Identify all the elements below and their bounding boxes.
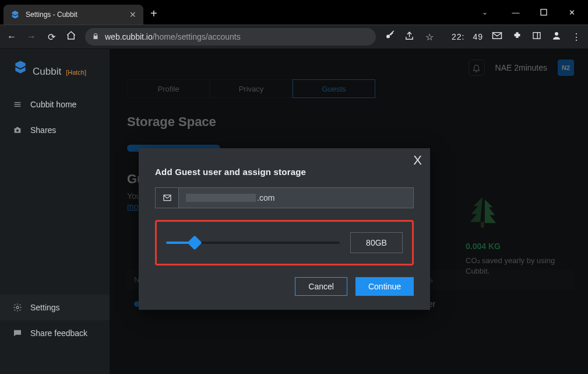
slider-value-display[interactable]: 80GB (350, 232, 403, 253)
storage-slider[interactable] (166, 237, 340, 248)
extensions-icon[interactable] (511, 31, 523, 43)
menu-lines-icon (13, 100, 22, 109)
email-suffix: .com (257, 193, 274, 202)
window-titlebar: Settings - Cubbit ✕ + ⌄ — ✕ (0, 0, 588, 25)
add-guest-modal: X Add Guest user and assign storage .com… (139, 148, 430, 310)
close-icon[interactable]: X (413, 153, 422, 168)
bookmark-star-icon[interactable]: ☆ (424, 32, 435, 43)
share-icon[interactable] (404, 31, 416, 43)
app-root: Cubbit [Hatch] Cubbit home Shares Settin… (0, 49, 588, 374)
url-text: web.cubbit.io/home/settings/accounts (105, 32, 241, 41)
logo: Cubbit [Hatch] (0, 60, 110, 92)
chat-icon (13, 328, 22, 338)
svg-rect-0 (541, 9, 547, 15)
counter-b: 49 (473, 32, 483, 41)
sidebar-item-shares[interactable]: Shares (0, 117, 110, 143)
panel-icon[interactable] (531, 31, 543, 43)
url-bar[interactable]: web.cubbit.io/home/settings/accounts (85, 28, 376, 46)
svg-point-4 (555, 32, 558, 36)
menu-dots-icon[interactable]: ⋮ (571, 32, 582, 43)
chevron-down-icon[interactable]: ⌄ (482, 8, 488, 16)
guest-email-input[interactable]: .com (179, 188, 413, 208)
sidebar-item-home[interactable]: Cubbit home (0, 92, 110, 117)
reload-button[interactable]: ⟳ (45, 32, 57, 43)
back-button[interactable]: ← (6, 32, 17, 42)
counter-a: 22: (452, 32, 464, 41)
key-icon[interactable] (384, 30, 396, 43)
slider-thumb[interactable] (187, 235, 202, 250)
main-panel: NAE 2minutes N2 Profile Privacy Guests S… (110, 49, 588, 374)
svg-point-1 (386, 35, 390, 39)
cancel-button[interactable]: Cancel (295, 277, 347, 296)
sidebar-item-label: Shares (30, 125, 56, 135)
modal-title: Add Guest user and assign storage (155, 167, 414, 177)
maximize-window-button[interactable] (531, 4, 557, 21)
home-button[interactable] (65, 30, 77, 43)
mail-icon[interactable] (491, 30, 503, 43)
storage-slider-section: 80GB (155, 220, 414, 265)
cubbit-logo-icon (13, 60, 28, 75)
minimize-window-button[interactable]: — (503, 4, 529, 21)
browser-tab[interactable]: Settings - Cubbit ✕ (3, 5, 143, 25)
svg-point-9 (16, 306, 19, 309)
svg-point-8 (16, 130, 19, 132)
sidebar-item-label: Share feedback (30, 328, 87, 338)
redacted-email-prefix (186, 194, 256, 202)
tab-title: Settings - Cubbit (26, 11, 124, 19)
continue-button[interactable]: Continue (355, 277, 414, 296)
cubbit-favicon-icon (10, 10, 20, 19)
brand-name: Cubbit (33, 66, 61, 78)
sidebar-item-label: Settings (30, 303, 60, 312)
camera-icon (13, 125, 22, 135)
browser-toolbar: ← → ⟳ web.cubbit.io/home/settings/accoun… (0, 25, 588, 49)
sidebar-item-feedback[interactable]: Share feedback (0, 320, 110, 346)
sidebar-item-label: Cubbit home (30, 100, 76, 109)
sidebar: Cubbit [Hatch] Cubbit home Shares Settin… (0, 49, 110, 374)
lock-icon (92, 33, 99, 41)
svg-rect-2 (533, 33, 540, 39)
sidebar-item-settings[interactable]: Settings (0, 295, 110, 320)
forward-button[interactable]: → (26, 32, 37, 42)
close-window-button[interactable]: ✕ (559, 4, 585, 21)
gear-icon (13, 303, 22, 312)
close-tab-icon[interactable]: ✕ (129, 10, 136, 19)
brand-badge: [Hatch] (66, 69, 86, 76)
profile-icon[interactable] (551, 30, 562, 43)
email-field-row: .com (155, 187, 414, 208)
new-tab-button[interactable]: + (150, 7, 157, 20)
mail-prefix-icon (156, 188, 179, 208)
